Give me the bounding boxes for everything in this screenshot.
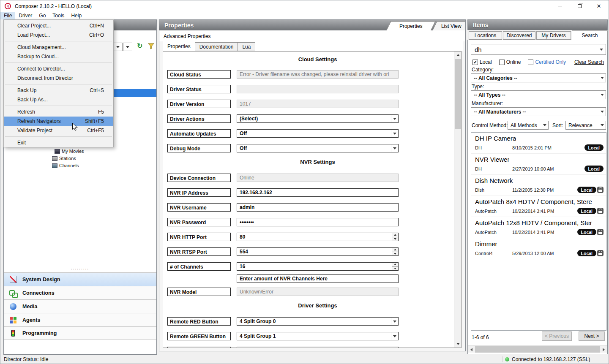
result-row-autopatch-12x8[interactable]: AutoPatch 12x8 HDTV / Component, Ster Au… — [471, 217, 606, 238]
menu-item-exit[interactable]: Exit — [4, 138, 113, 147]
tree-item-channels[interactable]: Channels — [52, 163, 79, 168]
result-row-nvr-viewer[interactable]: NVR Viewer DH 2/27/2019 10:00 AM Local — [471, 154, 606, 175]
nvr-rtsp-port-spinner[interactable]: 554 — [237, 247, 399, 256]
previous-page-button[interactable]: < Previous — [542, 331, 572, 341]
scrollbar-thumb[interactable] — [475, 346, 600, 353]
tab-my-drivers[interactable]: My Drivers — [536, 31, 571, 40]
maximize-button[interactable] — [570, 0, 589, 12]
nav-connections[interactable]: Connections — [4, 286, 156, 299]
menu-file[interactable]: File — [0, 12, 15, 19]
tab-documentation[interactable]: Documentation — [195, 42, 238, 51]
chevron-down-icon — [116, 46, 120, 48]
online-checkbox[interactable] — [499, 60, 505, 65]
menu-item-refresh[interactable]: Refresh F5 — [4, 107, 113, 117]
menu-help[interactable]: Help — [68, 12, 85, 19]
items-panel-header: Items — [467, 19, 608, 30]
result-date: 10/22/2014 3:41 PM — [512, 209, 554, 214]
scroll-right-button[interactable] — [600, 346, 607, 353]
tree-item-my-movies[interactable]: My Movies — [55, 148, 84, 154]
certified-only-checkbox[interactable] — [528, 60, 533, 65]
local-checkbox[interactable]: ✓ — [472, 60, 478, 65]
next-page-button[interactable]: Next > — [579, 331, 605, 341]
stations-icon — [52, 156, 57, 161]
close-button[interactable]: ✕ — [589, 0, 609, 12]
scroll-down-button[interactable] — [454, 340, 462, 348]
tab-discovered[interactable]: Discovered — [503, 31, 535, 40]
num-channels-spinner[interactable]: 16 — [237, 262, 399, 271]
menu-item-connect-to-director[interactable]: Connect to Director... — [4, 64, 113, 73]
header-tab-list-view[interactable]: List View — [432, 21, 465, 30]
tab-search[interactable]: Search — [572, 30, 608, 40]
result-row-dimmer[interactable]: Dimmer Control4 5/29/2013 12:00 AM Local — [471, 238, 606, 259]
menu-item-shortcut: Shift+F5 — [85, 118, 104, 124]
manufacturer-select[interactable]: -- All Manufacturers -- — [471, 107, 606, 116]
nav-programming[interactable]: Programming — [4, 326, 156, 340]
result-row-dh-ip-camera[interactable]: DH IP Camera DH 8/10/2015 2:01 PM Local — [471, 133, 606, 154]
menu-tools[interactable]: Tools — [49, 12, 68, 19]
control-method-label: Control Method: — [472, 122, 508, 128]
spinner-buttons[interactable] — [392, 263, 398, 270]
menu-item-back-up[interactable]: Back Up Ctrl+S — [4, 86, 113, 95]
tab-properties[interactable]: Properties — [163, 42, 195, 52]
debug-mode-select[interactable]: Off — [237, 144, 399, 152]
scroll-left-button[interactable] — [468, 346, 475, 353]
menu-go[interactable]: Go — [36, 12, 49, 19]
menu-item-backup-to-cloud[interactable]: Backup to Cloud... — [4, 52, 113, 61]
search-combobox[interactable]: dh — [471, 44, 606, 55]
tree-item-stations[interactable]: Stations — [52, 155, 76, 161]
menu-separator — [5, 62, 112, 63]
menu-item-clear-project[interactable]: Clear Project... Ctrl+N — [4, 21, 113, 30]
remote-green-button-select[interactable]: 4 Split Group 1 — [237, 332, 399, 340]
spinner-buttons[interactable] — [392, 248, 398, 255]
minimize-button[interactable] — [550, 0, 570, 12]
nvr-username-input[interactable]: admin — [237, 203, 399, 212]
label-device-connection: Device Connection — [167, 174, 231, 182]
nav-label: Agents — [22, 317, 40, 323]
spinner-buttons[interactable] — [392, 233, 398, 241]
tree-expand-dropdown[interactable] — [123, 43, 132, 51]
tab-lua[interactable]: Lua — [238, 42, 255, 51]
menu-item-label: Refresh — [17, 109, 35, 115]
nav-system-design[interactable]: System Design — [4, 272, 156, 286]
menu-item-refresh-navigators[interactable]: Refresh Navigators Shift+F5 — [4, 117, 113, 126]
result-row-dish-network[interactable]: Dish Network Dish 11/2/2005 12:30 PM Loc… — [471, 175, 606, 196]
nvr-http-port-spinner[interactable]: 80 — [237, 233, 399, 241]
vertical-scrollbar[interactable] — [454, 52, 461, 348]
scroll-up-button[interactable] — [454, 52, 462, 59]
horizontal-scrollbar[interactable] — [468, 345, 607, 353]
nav-label: Connections — [22, 290, 55, 296]
filter-icon[interactable] — [148, 43, 154, 51]
automatic-updates-select[interactable]: Off — [237, 129, 399, 138]
menu-item-cloud-management[interactable]: Cloud Management... — [4, 43, 113, 52]
nav-agents[interactable]: Agents — [4, 313, 156, 326]
control-method-select[interactable]: All Methods — [508, 121, 549, 130]
section-nvr-settings: NVR Settings — [237, 159, 399, 166]
tree-collapse-dropdown[interactable] — [113, 43, 123, 51]
tab-locations[interactable]: Locations — [469, 31, 502, 40]
splitter-handle[interactable]: ......... — [4, 266, 156, 270]
menu-item-validate-project[interactable]: Validate Project Ctrl+F5 — [4, 126, 113, 135]
category-label: Category: — [472, 67, 494, 73]
clear-search-link[interactable]: Clear Search — [574, 59, 604, 65]
menu-driver[interactable]: Driver — [15, 12, 36, 19]
refresh-icon[interactable]: ↻ — [137, 42, 142, 50]
label-num-channels: # of Channels — [167, 262, 231, 271]
menu-item-back-up-as[interactable]: Back Up As... — [4, 95, 113, 104]
driver-version-value: 1017 — [237, 100, 399, 108]
result-row-autopatch-8x4[interactable]: AutoPatch 8x4 HDTV / Component, Stere Au… — [471, 196, 606, 217]
menu-item-disconnect-from-director[interactable]: Disconnect from Director — [4, 73, 113, 83]
remote-red-button-select[interactable]: 4 Split Group 0 — [237, 317, 399, 326]
driver-actions-select[interactable]: (Select) — [237, 114, 399, 123]
scrollbar-thumb[interactable] — [455, 59, 461, 129]
type-select[interactable]: -- All Types -- — [471, 90, 606, 99]
menu-item-load-project[interactable]: Load Project... Ctrl+O — [4, 30, 113, 40]
nav-label: Programming — [22, 330, 57, 336]
nvr-password-input[interactable]: •••••••• — [237, 218, 399, 226]
menu-item-shortcut: Ctrl+N — [90, 23, 104, 29]
nvr-ip-address-input[interactable]: 192.168.2.162 — [237, 188, 399, 197]
sort-select[interactable]: Relevance — [565, 121, 606, 130]
category-select[interactable]: -- All Categories -- — [471, 73, 606, 82]
nav-media[interactable]: Media — [4, 299, 156, 313]
properties-panel: Properties List View Properties Advanced… — [159, 19, 466, 351]
header-tab-properties[interactable]: Properties — [386, 21, 436, 30]
